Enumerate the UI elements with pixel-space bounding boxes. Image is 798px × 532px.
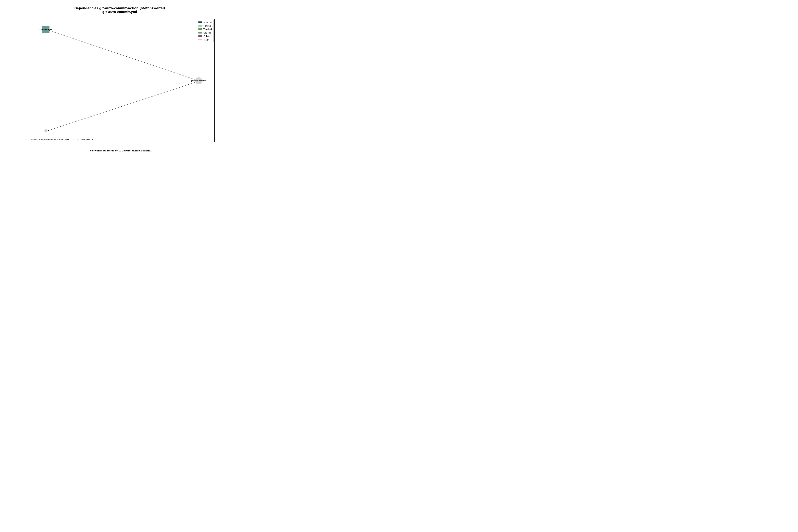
legend-row-public: Public	[198, 34, 212, 38]
legend-row-trusted: Trusted	[198, 27, 212, 31]
node-checkout-label: checkout [v3]	[40, 29, 52, 31]
edge-root-to-checkout	[49, 30, 196, 80]
legend-swatch-internal	[198, 21, 202, 23]
edge-root-to-local	[48, 82, 196, 131]
summary-caption: This workflow relies on 1 GitHub-owned a…	[0, 149, 240, 152]
node-root-label: git-auto-commit	[191, 80, 206, 81]
chart-title: Dependencies git-auto-commit-action (ste…	[0, 6, 240, 14]
legend-row-forked: Forked	[198, 24, 212, 28]
chart-title-line2: git-auto-commit.yml	[0, 10, 240, 14]
legend-swatch-trusted	[198, 28, 202, 30]
legend-swatch-step	[198, 39, 202, 40]
legend-label-public: Public	[203, 35, 210, 37]
legend-swatch-forked	[198, 25, 202, 26]
legend-label-internal: Internal	[203, 21, 212, 24]
plot-frame: checkout [v3] git-auto-commit ./ Interna…	[30, 19, 214, 142]
legend-label-trusted: Trusted	[203, 28, 212, 31]
node-local-label: ./	[45, 130, 46, 132]
legend-row-github: GitHub	[198, 31, 212, 35]
legend-swatch-public	[198, 35, 202, 37]
legend-row-step: Step	[198, 38, 212, 41]
legend: Internal Forked Trusted GitHub Public St…	[197, 20, 213, 42]
edge-layer	[30, 19, 215, 142]
page-root: Dependencies git-auto-commit-action (ste…	[0, 0, 240, 159]
legend-label-forked: Forked	[203, 24, 211, 27]
legend-label-github: GitHub	[203, 32, 211, 34]
legend-swatch-github	[198, 32, 202, 34]
legend-row-internal: Internal	[198, 21, 212, 24]
generation-footer: Generated by DirectionMIAGE on 2023-02-0…	[32, 138, 93, 141]
chart-title-line1: Dependencies git-auto-commit-action (ste…	[0, 6, 240, 10]
legend-label-step: Step	[203, 38, 209, 41]
